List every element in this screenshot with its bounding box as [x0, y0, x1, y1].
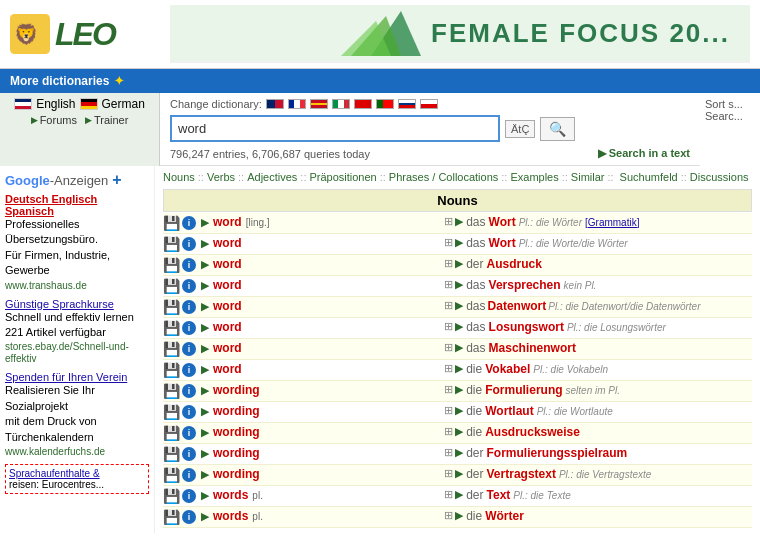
ad-1-title-link[interactable]: Deutsch Englisch Spanisch	[5, 193, 97, 217]
play-btn[interactable]: ▶	[201, 384, 209, 397]
de-word-link[interactable]: Maschinenwort	[489, 341, 576, 355]
dict-flag-de-ru[interactable]	[398, 99, 416, 109]
play-icon-de[interactable]: ▶	[455, 278, 463, 291]
de-word-link[interactable]: Text	[487, 488, 511, 502]
breadcrumb-discussions[interactable]: Discussions	[690, 171, 749, 183]
search-button[interactable]: 🔍	[540, 117, 575, 141]
save-icon[interactable]: 💾	[163, 509, 180, 525]
de-word-link[interactable]: Wort	[489, 236, 516, 250]
dict-flag-de-it[interactable]	[332, 99, 350, 109]
info-icon[interactable]: i	[182, 489, 196, 503]
save-icon[interactable]: 💾	[163, 278, 180, 294]
play-icon-de[interactable]: ▶	[455, 257, 463, 270]
save-icon[interactable]: 💾	[163, 299, 180, 315]
play-icon-de[interactable]: ▶	[455, 404, 463, 417]
play-icon-de[interactable]: ▶	[455, 446, 463, 459]
english-word-link[interactable]: words	[213, 509, 248, 523]
play-icon-de[interactable]: ▶	[455, 383, 463, 396]
english-word-link[interactable]: word	[213, 278, 242, 292]
info-icon[interactable]: i	[182, 405, 196, 419]
play-btn[interactable]: ▶	[201, 216, 209, 229]
breadcrumb-suchumfeld[interactable]: Suchumfeld	[620, 171, 678, 183]
play-btn[interactable]: ▶	[201, 405, 209, 418]
breadcrumb-verbs[interactable]: Verbs	[207, 171, 235, 183]
play-btn[interactable]: ▶	[201, 447, 209, 460]
play-icon-de[interactable]: ▶	[455, 425, 463, 438]
de-word-link[interactable]: Vokabel	[485, 362, 530, 376]
more-dicts-button[interactable]: More dictionaries ✦	[10, 74, 124, 88]
save-icon[interactable]: 💾	[163, 257, 180, 273]
play-btn[interactable]: ▶	[201, 237, 209, 250]
play-icon-de[interactable]: ▶	[455, 362, 463, 375]
breadcrumb-phrases[interactable]: Phrases / Collocations	[389, 171, 498, 183]
save-icon[interactable]: 💾	[163, 383, 180, 399]
ad-4-title-link[interactable]: Sprachaufenthalte &	[9, 468, 100, 479]
dict-flag-de-pl[interactable]	[420, 99, 438, 109]
play-icon-de[interactable]: ▶	[455, 488, 463, 501]
english-label[interactable]: English	[36, 97, 75, 111]
save-icon[interactable]: 💾	[163, 404, 180, 420]
ad-2-title-link[interactable]: Günstige Sprachkurse	[5, 298, 114, 310]
info-icon[interactable]: i	[182, 447, 196, 461]
de-word-link[interactable]: Vertragstext	[487, 467, 556, 481]
english-word-link[interactable]: word	[213, 215, 242, 229]
info-icon[interactable]: i	[182, 468, 196, 482]
de-word-link[interactable]: Formulierung	[485, 383, 562, 397]
save-icon[interactable]: 💾	[163, 215, 180, 231]
dict-flag-de-es[interactable]	[310, 99, 328, 109]
info-icon[interactable]: i	[182, 279, 196, 293]
play-btn[interactable]: ▶	[201, 300, 209, 313]
english-word-link[interactable]: word	[213, 236, 242, 250]
play-icon-de[interactable]: ▶	[455, 320, 463, 333]
breadcrumb-nouns[interactable]: Nouns	[163, 171, 195, 183]
breadcrumb-similar[interactable]: Similar	[571, 171, 605, 183]
play-icon-de[interactable]: ▶	[455, 236, 463, 249]
info-icon[interactable]: i	[182, 363, 196, 377]
info-icon[interactable]: i	[182, 300, 196, 314]
de-word-link[interactable]: Losungswort	[489, 320, 564, 334]
de-word-link[interactable]: Ausdruck	[487, 257, 542, 271]
breadcrumb-adjectives[interactable]: Adjectives	[247, 171, 297, 183]
info-icon[interactable]: i	[182, 321, 196, 335]
play-btn[interactable]: ▶	[201, 321, 209, 334]
save-icon[interactable]: 💾	[163, 488, 180, 504]
info-icon[interactable]: i	[182, 384, 196, 398]
dict-flag-de-ch[interactable]	[354, 99, 372, 109]
info-icon[interactable]: i	[182, 510, 196, 524]
breadcrumb-prap[interactable]: Präpositionen	[309, 171, 376, 183]
search-input[interactable]	[170, 115, 500, 142]
save-icon[interactable]: 💾	[163, 320, 180, 336]
de-word-link[interactable]: Datenwort	[488, 299, 547, 313]
save-icon[interactable]: 💾	[163, 362, 180, 378]
english-word-link[interactable]: word	[213, 299, 242, 313]
dict-flag-de-pt[interactable]	[376, 99, 394, 109]
play-icon-de[interactable]: ▶	[455, 509, 463, 522]
english-word-link[interactable]: words	[213, 488, 248, 502]
save-icon[interactable]: 💾	[163, 425, 180, 441]
de-word-link[interactable]: Wörter	[485, 509, 524, 523]
add-sidebar-item-icon[interactable]: +	[112, 171, 121, 189]
de-word-link[interactable]: Versprechen	[489, 278, 561, 292]
english-word-link[interactable]: wording	[213, 446, 260, 460]
play-btn[interactable]: ▶	[201, 279, 209, 292]
forums-link[interactable]: ▶ Forums	[31, 114, 77, 126]
english-word-link[interactable]: word	[213, 257, 242, 271]
info-icon[interactable]: i	[182, 342, 196, 356]
english-word-link[interactable]: word	[213, 341, 242, 355]
english-word-link[interactable]: wording	[213, 425, 260, 439]
info-icon[interactable]: i	[182, 237, 196, 251]
dict-flag-de-fr[interactable]	[288, 99, 306, 109]
save-icon[interactable]: 💾	[163, 446, 180, 462]
info-icon[interactable]: i	[182, 216, 196, 230]
play-btn[interactable]: ▶	[201, 363, 209, 376]
save-icon[interactable]: 💾	[163, 341, 180, 357]
save-icon[interactable]: 💾	[163, 467, 180, 483]
search-options-box[interactable]: ÄtÇ	[505, 120, 535, 138]
play-btn[interactable]: ▶	[201, 489, 209, 502]
ad-3-title-link[interactable]: Spenden für Ihren Verein	[5, 371, 127, 383]
play-btn[interactable]: ▶	[201, 426, 209, 439]
english-word-link[interactable]: word	[213, 320, 242, 334]
english-word-link[interactable]: wording	[213, 383, 260, 397]
play-btn[interactable]: ▶	[201, 342, 209, 355]
english-word-link[interactable]: wording	[213, 467, 260, 481]
